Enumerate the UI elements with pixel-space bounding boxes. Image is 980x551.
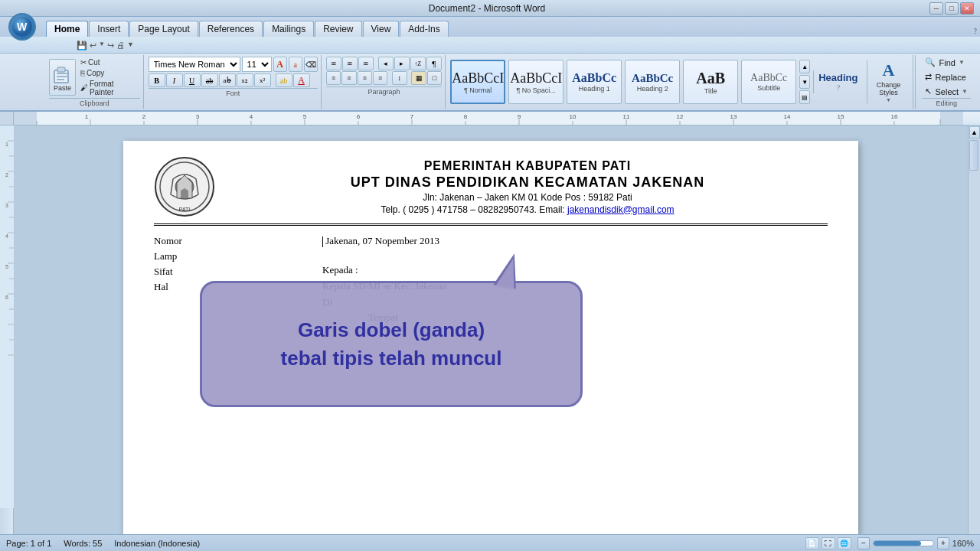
find-button[interactable]: 🔍 Find ▼ [922,57,971,68]
document-scroll-area[interactable]: PATI PEMERINTAH KABUPATEN PATI UPT DINAS… [14,126,968,551]
find-dropdown-icon: ▼ [959,59,965,66]
undo-icon[interactable]: ↩ [90,41,96,51]
undo-dropdown-icon[interactable]: ▼ [99,41,105,51]
help-icon[interactable]: ? [974,27,977,37]
title-label: Title [704,87,717,95]
align-center-button[interactable]: ≡ [341,71,356,85]
font-shrink-button[interactable]: a [289,57,302,72]
office-button[interactable]: W [3,17,41,37]
borders-button[interactable]: □ [427,71,442,85]
paste-button[interactable]: Paste [49,59,76,96]
italic-button[interactable]: I [166,73,183,87]
font-formatting-row: B I U ab ab̶ x₂ x² ab A [149,73,318,87]
select-button[interactable]: ↖ Select ▼ [922,86,971,97]
tab-mailings[interactable]: Mailings [263,21,314,37]
copy-button[interactable]: ⎘ Copy [79,68,140,78]
align-left-button[interactable]: ≡ [326,71,341,85]
svg-text:12: 12 [677,113,684,120]
clipboard-label: Clipboard [49,98,140,107]
increase-indent-button[interactable]: ▸ [394,57,410,70]
normal-style-button[interactable]: AaBbCcI ¶ Normal [450,60,505,104]
print-icon[interactable]: 🖨 [116,41,125,51]
ribbon: 💾 ↩ ▼ ↪ 🖨 ▼ Paste [0,37,980,112]
cut-button[interactable]: ✂ Cut [79,57,140,67]
align-right-button[interactable]: ≡ [358,71,372,85]
normal-style-preview: AaBbCcI [452,70,504,86]
tab-home[interactable]: Home [46,21,88,37]
scroll-thumb[interactable] [969,140,978,171]
zoom-in-button[interactable]: + [937,537,949,549]
more-icon[interactable]: ▼ [127,41,134,51]
justify-button[interactable]: ≡ [373,71,387,85]
zoom-slider[interactable] [873,540,934,546]
redo-icon[interactable]: ↪ [107,41,114,51]
strikethrough-button[interactable]: ab [201,73,218,87]
format-painter-button[interactable]: 🖌 Format Painter [79,79,140,97]
superscript-button[interactable]: x² [254,73,271,87]
bold-button[interactable]: B [149,73,165,87]
email-link[interactable]: jakenandisdik@gmail.com [567,204,675,215]
tab-view[interactable]: View [363,21,400,37]
pilcrow-button[interactable]: ¶ [426,57,442,70]
tab-review[interactable]: Review [315,21,361,37]
bullets-button[interactable]: ≡ [326,57,341,70]
sort-button[interactable]: ↑Z [410,57,426,70]
tab-insert[interactable]: Insert [89,21,129,37]
styles-expand[interactable]: ▤ [799,90,810,104]
page-count: Page: 1 of 1 [6,539,51,548]
tab-page-layout[interactable]: Page Layout [129,21,198,37]
change-styles-button[interactable]: A ChangeStyles ▼ [867,60,910,104]
select-icon: ↖ [925,86,932,96]
web-layout-button[interactable]: 🌐 [838,537,851,549]
save-icon[interactable]: 💾 [77,41,87,51]
ruler: 1 2 3 4 5 6 7 8 9 10 11 12 13 14 15 16 [0,112,980,126]
full-screen-button[interactable]: ⛶ [822,537,835,549]
change-styles-label: ChangeStyles [877,82,901,97]
title-style-button[interactable]: AaB Title [683,60,738,104]
svg-rect-5 [57,76,67,77]
tooltip-text: Garis dobel (ganda) tebal tipis telah mu… [281,316,502,372]
strikethrough2-button[interactable]: ab̶ [219,73,236,87]
no-spacing-style-button[interactable]: AaBbCcI ¶ No Spaci... [508,60,564,104]
decrease-indent-button[interactable]: ◂ [378,57,394,70]
svg-text:5: 5 [303,113,307,120]
svg-text:8: 8 [464,113,468,120]
font-size-select[interactable]: 11 [242,57,272,72]
styles-scroll-down[interactable]: ▼ [799,75,810,89]
window-controls: ─ □ ✕ [929,2,974,15]
font-name-select[interactable]: Times New Roman [149,57,240,72]
print-layout-button[interactable]: 📄 [805,537,819,549]
numbering-button[interactable]: ≡ [342,57,358,70]
replace-button[interactable]: ⇄ Replace [922,71,971,83]
font-color-button[interactable]: A [293,73,310,87]
minimize-button[interactable]: ─ [929,2,943,15]
highlight-button[interactable]: ab [276,73,292,87]
shading-button[interactable]: ▦ [411,71,426,85]
paste-label: Paste [54,84,71,92]
clear-formatting-button[interactable]: ⌫ [304,57,318,72]
maximize-button[interactable]: □ [945,2,959,15]
svg-text:15: 15 [838,113,844,120]
zoom-out-button[interactable]: − [858,537,870,549]
subscript-button[interactable]: x₂ [237,73,253,87]
styles-scroll-up[interactable]: ▲ [799,60,810,73]
subtitle-style-button[interactable]: AaBbCc Subtitle [741,60,796,104]
tab-references[interactable]: References [199,21,263,37]
svg-rect-6 [57,79,64,80]
zoom-fill [874,541,921,546]
heading-question-panel[interactable]: Heading ? [813,70,862,94]
right-scrollbar[interactable]: ▲ ▼ [968,126,980,551]
heading2-style-button[interactable]: AaBbCc Heading 2 [625,60,680,104]
line-spacing-button[interactable]: ↕ [392,71,407,85]
scroll-up-button[interactable]: ▲ [969,126,980,139]
heading1-style-button[interactable]: AaBbCc Heading 1 [567,60,622,104]
close-button[interactable]: ✕ [960,2,974,15]
editing-buttons: 🔍 Find ▼ ⇄ Replace ↖ Select ▼ [922,57,971,97]
svg-text:13: 13 [730,113,737,120]
tab-addins[interactable]: Add-Ins [400,21,448,37]
list-btn-row: ≡ ≡ ≡ ◂ ▸ ↑Z ¶ [326,57,442,70]
underline-button[interactable]: U [184,73,201,87]
font-grow-button[interactable]: A [273,57,287,72]
letter-body: Nomor Lamp Sifat Hal Jakenan, 07 Nopembe… [154,235,828,326]
multilevel-button[interactable]: ≡ [358,57,374,70]
